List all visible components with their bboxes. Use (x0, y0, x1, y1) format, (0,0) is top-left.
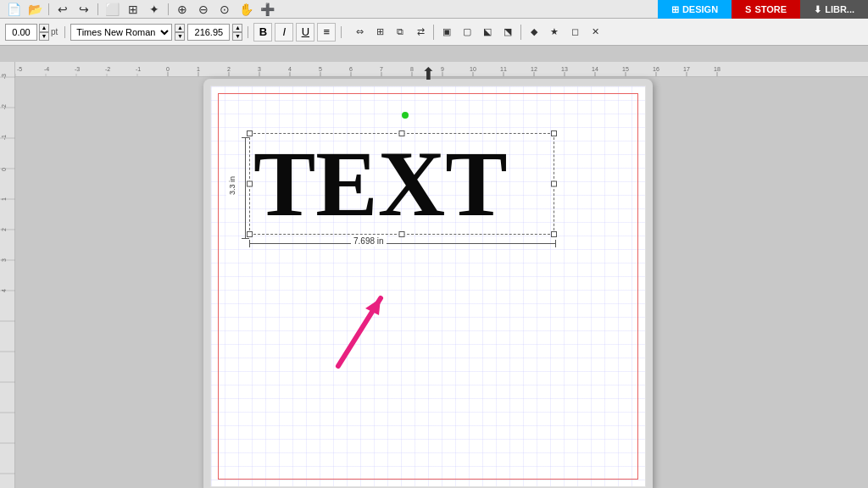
font-name-up[interactable]: ▲ (175, 24, 185, 32)
zoom-fit-icon[interactable]: ⊙ (214, 1, 235, 18)
svg-text:-2: -2 (105, 66, 110, 72)
svg-text:7: 7 (380, 66, 383, 72)
3d-icon[interactable]: ◻ (565, 23, 584, 42)
svg-text:10: 10 (470, 66, 476, 72)
text-display: TEXT (253, 137, 508, 230)
v-ruler-label-4: 0 (1, 168, 7, 171)
width-label: 7.698 in (351, 236, 387, 247)
svg-text:14: 14 (592, 66, 598, 72)
separator-2 (97, 3, 98, 15)
v-ruler-label-8: 4 (1, 289, 7, 292)
svg-text:-1: -1 (136, 66, 141, 72)
nav-bar: ⊞ DESIGN S STORE ⬇ LIBR... (658, 0, 868, 19)
v-ruler-label-5: 1 (1, 197, 7, 201)
transform-icon[interactable]: ⊞ (123, 1, 143, 18)
svg-text:15: 15 (622, 66, 629, 72)
layer-icon[interactable]: ⬔ (498, 23, 517, 42)
handle-top-right[interactable] (551, 130, 557, 136)
open-icon[interactable]: 📂 (25, 1, 45, 18)
separator-fmt-3 (341, 26, 342, 38)
star-icon[interactable]: ★ (545, 23, 564, 42)
svg-text:2: 2 (227, 66, 231, 72)
handle-mid-right[interactable] (551, 181, 557, 187)
align-button[interactable]: ≡ (317, 23, 336, 42)
undo-icon[interactable]: ↩ (53, 1, 73, 18)
separator-fmt-2 (248, 26, 248, 38)
svg-text:17: 17 (683, 66, 690, 72)
svg-text:13: 13 (561, 66, 568, 72)
ruler-vertical: -3 -2 -1 0 1 2 3 4 (0, 62, 15, 488)
font-size-value-spinner: ▲ ▼ (232, 24, 242, 41)
svg-text:4: 4 (288, 66, 292, 72)
select-icon[interactable]: ⬜ (102, 1, 122, 18)
spacing-icon[interactable]: ⇔ (350, 23, 369, 42)
handle-bot-right[interactable] (551, 231, 557, 237)
svg-text:18: 18 (714, 66, 721, 72)
zoom-in-icon[interactable]: ⊕ (172, 1, 192, 18)
svg-text:0: 0 (166, 66, 170, 72)
plus-icon[interactable]: ⊞ (370, 23, 389, 42)
handle-top-left[interactable] (247, 130, 253, 136)
separator-fmt-1 (64, 26, 65, 38)
pink-arrow-annotation (330, 273, 415, 377)
fill-icon[interactable]: ◆ (525, 23, 543, 42)
svg-text:-5: -5 (17, 66, 22, 72)
v-ruler-label-3: -1 (1, 135, 7, 140)
height-line (245, 137, 246, 239)
design-mat: ⬆ TEXT 7.698 in (203, 79, 653, 488)
nav-design[interactable]: ⊞ DESIGN (658, 0, 732, 19)
svg-text:1: 1 (197, 66, 200, 72)
font-size-value-down[interactable]: ▼ (232, 32, 242, 41)
zoom-out-icon[interactable]: ⊖ (193, 1, 214, 18)
copy-icon[interactable]: ⧉ (391, 23, 409, 42)
separator-1 (48, 3, 49, 15)
nav-library[interactable]: ⬇ LIBR... (800, 0, 868, 19)
delete-icon[interactable]: ✕ (586, 23, 604, 42)
bold-button[interactable]: B (253, 23, 272, 42)
new-icon[interactable]: 📄 (3, 1, 24, 18)
italic-button[interactable]: I (275, 23, 293, 42)
font-size-value-input[interactable]: 216.95 (187, 24, 230, 41)
underline-button[interactable]: U (296, 23, 314, 42)
svg-text:-3: -3 (75, 66, 80, 72)
separator-fmt-4 (433, 25, 434, 40)
font-size-down[interactable]: ▼ (39, 32, 49, 41)
add-icon[interactable]: ➕ (257, 1, 277, 18)
font-name-spinner: ▲ ▼ (175, 24, 185, 41)
group-icon[interactable]: ▣ (437, 23, 456, 42)
font-size-spinner: ▲ ▼ (39, 24, 49, 41)
ungroup-icon[interactable]: ▢ (458, 23, 476, 42)
upload-arrow[interactable]: ⬆ (421, 64, 436, 84)
font-name-select[interactable]: Times New Roman (70, 24, 172, 41)
text-element[interactable]: TEXT (253, 137, 508, 230)
font-size-value-up[interactable]: ▲ (232, 24, 242, 32)
pan-icon[interactable]: ✋ (236, 1, 256, 18)
svg-text:16: 16 (653, 66, 659, 72)
download-icon: ⬇ (814, 4, 821, 15)
font-name-down[interactable]: ▼ (175, 32, 185, 41)
svg-text:3: 3 (258, 66, 261, 72)
svg-text:11: 11 (500, 66, 507, 72)
arrange-icon[interactable]: ⬕ (478, 23, 497, 42)
separator-3 (168, 3, 169, 15)
handle-bot-left[interactable] (247, 231, 253, 237)
mat-inner[interactable]: TEXT 7.698 in 3.3 in (210, 86, 646, 487)
font-size-up[interactable]: ▲ (39, 24, 49, 32)
flip-h-icon[interactable]: ⇄ (411, 23, 430, 42)
svg-text:8: 8 (410, 66, 414, 72)
rotation-handle[interactable] (402, 112, 409, 119)
grid-icon: ⊞ (671, 4, 679, 15)
v-ruler-label-6: 2 (1, 228, 7, 231)
handle-mid-left[interactable] (247, 181, 253, 187)
ruler-horizontal: -5 -4 -3 -2 -1 0 1 2 3 4 5 6 7 (15, 62, 868, 77)
pt-label: pt (51, 27, 58, 36)
format-toolbar: 0.00 ▲ ▼ pt Times New Roman ▲ ▼ 216.95 ▲… (0, 19, 868, 46)
svg-text:9: 9 (441, 66, 444, 72)
font-size-pt-input[interactable]: 0.00 (5, 24, 37, 41)
redo-icon[interactable]: ↪ (74, 1, 94, 18)
nav-store[interactable]: S STORE (732, 0, 800, 19)
svg-marker-63 (365, 298, 381, 315)
width-line (249, 243, 556, 244)
store-icon: S (745, 4, 751, 14)
node-icon[interactable]: ✦ (144, 1, 164, 18)
